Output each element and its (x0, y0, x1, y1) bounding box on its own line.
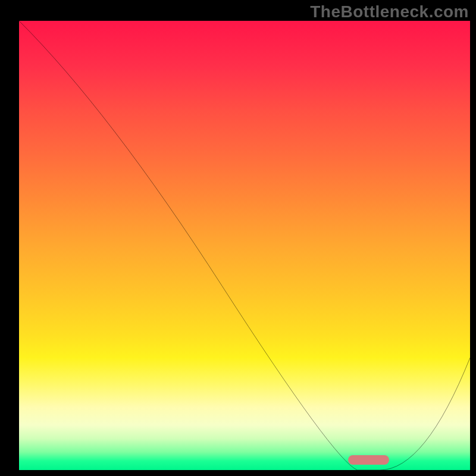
watermark-label: TheBottleneck.com (310, 2, 469, 21)
optimal-range-marker (348, 455, 389, 465)
bottleneck-curve-path (19, 21, 470, 470)
bottleneck-curve-svg (19, 21, 470, 470)
chart-container: TheBottleneck.com (0, 0, 476, 476)
plot-area (19, 21, 470, 470)
